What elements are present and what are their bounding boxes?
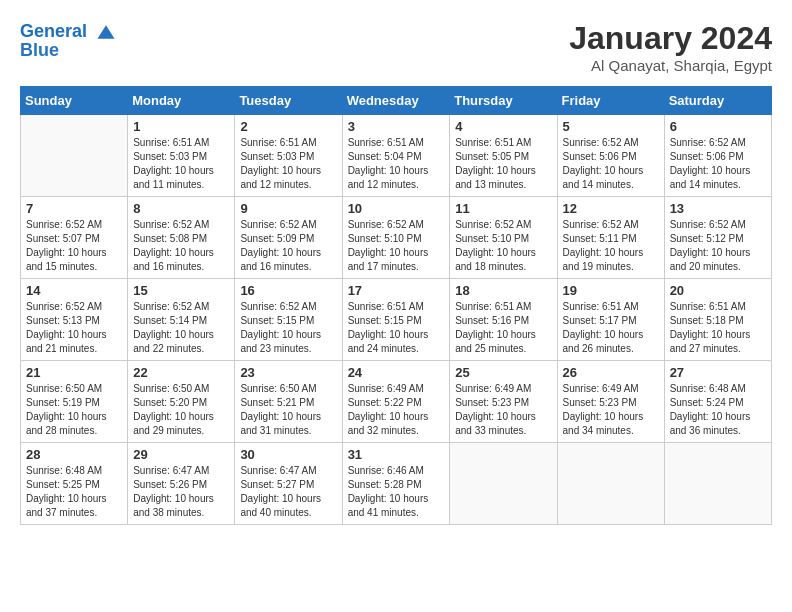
calendar-cell (21, 115, 128, 197)
calendar-cell: 31 Sunrise: 6:46 AMSunset: 5:28 PMDaylig… (342, 443, 450, 525)
day-info: Sunrise: 6:48 AMSunset: 5:24 PMDaylight:… (670, 383, 751, 436)
calendar-cell: 27 Sunrise: 6:48 AMSunset: 5:24 PMDaylig… (664, 361, 771, 443)
day-info: Sunrise: 6:51 AMSunset: 5:05 PMDaylight:… (455, 137, 536, 190)
day-info: Sunrise: 6:51 AMSunset: 5:17 PMDaylight:… (563, 301, 644, 354)
day-info: Sunrise: 6:52 AMSunset: 5:14 PMDaylight:… (133, 301, 214, 354)
day-number: 20 (670, 283, 766, 298)
day-number: 10 (348, 201, 445, 216)
day-info: Sunrise: 6:52 AMSunset: 5:12 PMDaylight:… (670, 219, 751, 272)
day-info: Sunrise: 6:51 AMSunset: 5:03 PMDaylight:… (133, 137, 214, 190)
calendar-cell: 5 Sunrise: 6:52 AMSunset: 5:06 PMDayligh… (557, 115, 664, 197)
calendar-week-3: 14 Sunrise: 6:52 AMSunset: 5:13 PMDaylig… (21, 279, 772, 361)
day-number: 17 (348, 283, 445, 298)
day-info: Sunrise: 6:50 AMSunset: 5:20 PMDaylight:… (133, 383, 214, 436)
day-number: 28 (26, 447, 122, 462)
calendar-week-4: 21 Sunrise: 6:50 AMSunset: 5:19 PMDaylig… (21, 361, 772, 443)
calendar-week-1: 1 Sunrise: 6:51 AMSunset: 5:03 PMDayligh… (21, 115, 772, 197)
calendar-cell: 8 Sunrise: 6:52 AMSunset: 5:08 PMDayligh… (128, 197, 235, 279)
calendar-cell: 2 Sunrise: 6:51 AMSunset: 5:03 PMDayligh… (235, 115, 342, 197)
day-info: Sunrise: 6:51 AMSunset: 5:03 PMDaylight:… (240, 137, 321, 190)
day-number: 19 (563, 283, 659, 298)
calendar-cell: 19 Sunrise: 6:51 AMSunset: 5:17 PMDaylig… (557, 279, 664, 361)
day-info: Sunrise: 6:52 AMSunset: 5:06 PMDaylight:… (563, 137, 644, 190)
day-number: 2 (240, 119, 336, 134)
day-number: 27 (670, 365, 766, 380)
day-number: 5 (563, 119, 659, 134)
page-container: General Blue January 2024 Al Qanayat, Sh… (0, 0, 792, 535)
day-number: 30 (240, 447, 336, 462)
calendar-cell: 7 Sunrise: 6:52 AMSunset: 5:07 PMDayligh… (21, 197, 128, 279)
calendar-body: 1 Sunrise: 6:51 AMSunset: 5:03 PMDayligh… (21, 115, 772, 525)
day-number: 14 (26, 283, 122, 298)
day-number: 25 (455, 365, 551, 380)
day-info: Sunrise: 6:52 AMSunset: 5:11 PMDaylight:… (563, 219, 644, 272)
day-info: Sunrise: 6:49 AMSunset: 5:23 PMDaylight:… (563, 383, 644, 436)
calendar-cell: 9 Sunrise: 6:52 AMSunset: 5:09 PMDayligh… (235, 197, 342, 279)
calendar-cell: 18 Sunrise: 6:51 AMSunset: 5:16 PMDaylig… (450, 279, 557, 361)
day-number: 9 (240, 201, 336, 216)
day-number: 13 (670, 201, 766, 216)
calendar-cell: 6 Sunrise: 6:52 AMSunset: 5:06 PMDayligh… (664, 115, 771, 197)
calendar-subtitle: Al Qanayat, Sharqia, Egypt (569, 57, 772, 74)
calendar-cell: 30 Sunrise: 6:47 AMSunset: 5:27 PMDaylig… (235, 443, 342, 525)
day-info: Sunrise: 6:52 AMSunset: 5:10 PMDaylight:… (455, 219, 536, 272)
day-info: Sunrise: 6:50 AMSunset: 5:21 PMDaylight:… (240, 383, 321, 436)
calendar-cell: 28 Sunrise: 6:48 AMSunset: 5:25 PMDaylig… (21, 443, 128, 525)
day-number: 16 (240, 283, 336, 298)
day-number: 4 (455, 119, 551, 134)
calendar-cell: 16 Sunrise: 6:52 AMSunset: 5:15 PMDaylig… (235, 279, 342, 361)
col-monday: Monday (128, 87, 235, 115)
day-info: Sunrise: 6:47 AMSunset: 5:26 PMDaylight:… (133, 465, 214, 518)
day-info: Sunrise: 6:52 AMSunset: 5:09 PMDaylight:… (240, 219, 321, 272)
day-info: Sunrise: 6:50 AMSunset: 5:19 PMDaylight:… (26, 383, 107, 436)
day-info: Sunrise: 6:49 AMSunset: 5:23 PMDaylight:… (455, 383, 536, 436)
day-info: Sunrise: 6:47 AMSunset: 5:27 PMDaylight:… (240, 465, 321, 518)
calendar-table: Sunday Monday Tuesday Wednesday Thursday… (20, 86, 772, 525)
day-info: Sunrise: 6:49 AMSunset: 5:22 PMDaylight:… (348, 383, 429, 436)
col-wednesday: Wednesday (342, 87, 450, 115)
calendar-cell: 15 Sunrise: 6:52 AMSunset: 5:14 PMDaylig… (128, 279, 235, 361)
day-number: 26 (563, 365, 659, 380)
calendar-cell: 25 Sunrise: 6:49 AMSunset: 5:23 PMDaylig… (450, 361, 557, 443)
day-number: 8 (133, 201, 229, 216)
calendar-cell: 23 Sunrise: 6:50 AMSunset: 5:21 PMDaylig… (235, 361, 342, 443)
calendar-title: January 2024 (569, 20, 772, 57)
svg-marker-0 (97, 25, 114, 39)
day-info: Sunrise: 6:48 AMSunset: 5:25 PMDaylight:… (26, 465, 107, 518)
day-number: 31 (348, 447, 445, 462)
calendar-cell: 1 Sunrise: 6:51 AMSunset: 5:03 PMDayligh… (128, 115, 235, 197)
day-number: 12 (563, 201, 659, 216)
day-number: 3 (348, 119, 445, 134)
col-tuesday: Tuesday (235, 87, 342, 115)
day-info: Sunrise: 6:51 AMSunset: 5:16 PMDaylight:… (455, 301, 536, 354)
header: General Blue January 2024 Al Qanayat, Sh… (20, 20, 772, 74)
calendar-cell: 4 Sunrise: 6:51 AMSunset: 5:05 PMDayligh… (450, 115, 557, 197)
calendar-cell: 17 Sunrise: 6:51 AMSunset: 5:15 PMDaylig… (342, 279, 450, 361)
day-info: Sunrise: 6:51 AMSunset: 5:18 PMDaylight:… (670, 301, 751, 354)
calendar-cell (450, 443, 557, 525)
day-info: Sunrise: 6:51 AMSunset: 5:04 PMDaylight:… (348, 137, 429, 190)
day-number: 15 (133, 283, 229, 298)
day-info: Sunrise: 6:46 AMSunset: 5:28 PMDaylight:… (348, 465, 429, 518)
calendar-header-row: Sunday Monday Tuesday Wednesday Thursday… (21, 87, 772, 115)
calendar-cell: 11 Sunrise: 6:52 AMSunset: 5:10 PMDaylig… (450, 197, 557, 279)
day-info: Sunrise: 6:52 AMSunset: 5:15 PMDaylight:… (240, 301, 321, 354)
title-section: January 2024 Al Qanayat, Sharqia, Egypt (569, 20, 772, 74)
calendar-cell: 29 Sunrise: 6:47 AMSunset: 5:26 PMDaylig… (128, 443, 235, 525)
day-info: Sunrise: 6:51 AMSunset: 5:15 PMDaylight:… (348, 301, 429, 354)
calendar-week-2: 7 Sunrise: 6:52 AMSunset: 5:07 PMDayligh… (21, 197, 772, 279)
calendar-cell: 21 Sunrise: 6:50 AMSunset: 5:19 PMDaylig… (21, 361, 128, 443)
day-info: Sunrise: 6:52 AMSunset: 5:13 PMDaylight:… (26, 301, 107, 354)
logo: General Blue (20, 20, 118, 61)
day-number: 11 (455, 201, 551, 216)
col-friday: Friday (557, 87, 664, 115)
calendar-cell: 24 Sunrise: 6:49 AMSunset: 5:22 PMDaylig… (342, 361, 450, 443)
day-info: Sunrise: 6:52 AMSunset: 5:06 PMDaylight:… (670, 137, 751, 190)
day-info: Sunrise: 6:52 AMSunset: 5:08 PMDaylight:… (133, 219, 214, 272)
day-info: Sunrise: 6:52 AMSunset: 5:07 PMDaylight:… (26, 219, 107, 272)
day-number: 6 (670, 119, 766, 134)
calendar-cell: 26 Sunrise: 6:49 AMSunset: 5:23 PMDaylig… (557, 361, 664, 443)
calendar-cell: 22 Sunrise: 6:50 AMSunset: 5:20 PMDaylig… (128, 361, 235, 443)
day-number: 21 (26, 365, 122, 380)
calendar-cell (557, 443, 664, 525)
